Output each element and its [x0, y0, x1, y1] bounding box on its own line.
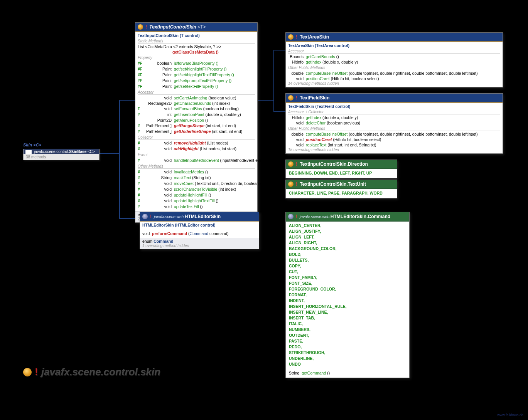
- method-row: Bounds getCaretBounds (): [288, 54, 500, 59]
- class-icon: [288, 181, 294, 187]
- method-row: Fvoid setForwardBias (boolean isLeading): [138, 106, 255, 112]
- method-row: #int getInsertionPoint (double x, double…: [138, 112, 255, 118]
- direction-enum-box: ! TextInputControlSkin.Direction BEGINNI…: [285, 160, 397, 178]
- skinbase-pkg: javafx.scene.control.: [34, 150, 69, 154]
- dir-title: TextInputControlSkin.Direction: [300, 161, 368, 167]
- method-row: void positionCaret (HitInfo hit, boolean…: [288, 76, 500, 81]
- watermark: www.falkhaus.de: [497, 413, 523, 417]
- dir-header: ! TextInputControlSkin.Direction: [286, 160, 397, 169]
- tic-title: TextInputControlSkin: [149, 24, 196, 30]
- ta-header: ! TextAreaSkin: [286, 33, 503, 42]
- tu-header: ! TextInputControlSkin.TextUnit: [286, 180, 397, 189]
- tf-hidden: 15 overriding methods hidden: [288, 148, 500, 152]
- final-indicator: !: [296, 213, 297, 219]
- method-row: #void updateHighlightFill (): [138, 192, 255, 198]
- final-indicator: !: [145, 24, 147, 30]
- he-title: HTMLEditorSkin: [185, 214, 221, 219]
- he-header: ! javafx.scene.web.HTMLEditorSkin: [140, 212, 259, 222]
- method-row: Rectangle2D getCharacterBounds (int inde…: [138, 101, 255, 106]
- package-title-text: javafx.scene.control.skin: [41, 366, 160, 378]
- method-row: #void updateTextFill (): [138, 204, 255, 210]
- cmd-title: HTMLEditorSkin.Command: [331, 214, 390, 219]
- method-row: #void invalidateMetrics (): [138, 169, 255, 175]
- enum-value: OUTDENT,: [289, 333, 406, 338]
- method-row: #void moveCaret (TextUnit unit, Directio…: [138, 181, 255, 186]
- method-row: #PathElement[] getRangeShape (int start,…: [138, 123, 255, 129]
- he-enum-footer: enum Command 1 overriding method hidden: [140, 238, 259, 249]
- cmd-pkg: javafx.scene.web.: [300, 215, 331, 219]
- enum-value: BACKGROUND_COLOR,: [289, 246, 406, 252]
- final-indicator: !: [296, 34, 297, 40]
- method-row: #String maskText (String txt): [138, 175, 255, 181]
- tic-ctor: TextInputControlSkin (T control): [138, 33, 200, 38]
- he-pkg: javafx.scene.web.: [154, 215, 185, 219]
- he-ctor: HTMLEditorSkin (HTMLEditor control): [142, 222, 256, 228]
- method-row: #Fboolean is/forwardBiasProperty (): [138, 60, 255, 66]
- class-icon: [288, 34, 294, 40]
- method-row: #FPaint get/set/highlightFillProperty (): [138, 66, 255, 72]
- enum-value: ALIGN_JUSTIFY,: [289, 228, 406, 234]
- he-hidden: 1 overriding method hidden: [142, 244, 256, 248]
- ta-section-other: Other Public Methods: [288, 66, 500, 70]
- dir-values: BEGINNING, DOWN, END, LEFT, RIGHT, UP: [286, 169, 397, 178]
- tic-body: TextInputControlSkin (T control) Static …: [135, 32, 257, 211]
- method-row: Point2D getMenuPosition (): [138, 118, 255, 123]
- text-field-skin-box: ! TextFieldSkin TextFieldSkin (TextField…: [285, 93, 503, 154]
- skinbase-method-count: 38 methods: [26, 155, 97, 159]
- method-row: #void scrollCharacterToVisible (int inde…: [138, 186, 255, 192]
- class-icon: [288, 214, 294, 219]
- cmd-body: ALIGN_CENTER,ALIGN_JUSTIFY,ALIGN_LEFT,AL…: [286, 222, 409, 378]
- final-indicator: !: [150, 213, 152, 219]
- method-row: double computeBaselineOffset (double top…: [288, 71, 500, 76]
- method-row: void replaceText (int start, int end, St…: [288, 142, 500, 148]
- enum-value: INSERT_TAB,: [289, 315, 406, 321]
- tf-body: TextFieldSkin (TextField control) Access…: [286, 103, 503, 153]
- enum-value: INDENT,: [289, 298, 406, 304]
- cmd-method: String getCommand (): [289, 370, 406, 376]
- cmd-header: ! javafx.scene.web.HTMLEditorSkin.Comman…: [286, 212, 409, 222]
- section-property: Property: [138, 55, 255, 60]
- skin-interface-link: Skin <C>: [23, 143, 41, 147]
- enum-value: ALIGN_RIGHT,: [289, 240, 406, 246]
- skinbase-name: SkinBase: [69, 150, 86, 154]
- tf-section-acc: Accessor + Collector: [288, 110, 500, 114]
- method-row: void deleteChar (boolean previous): [288, 120, 500, 126]
- enum-value: ALIGN_CENTER,: [289, 223, 406, 228]
- method-row: HitInfo getIndex (double x, double y): [288, 59, 500, 65]
- enum-value: ALIGN_LEFT,: [289, 234, 406, 240]
- static-row: List <CssMetaData <? extends Styleable, …: [138, 44, 255, 49]
- tic-generic: <T>: [197, 24, 206, 30]
- method-row: #PathElement[] getUnderlineShape (int st…: [138, 129, 255, 134]
- enum-value: FOREGROUND_COLOR,: [289, 286, 406, 292]
- textunit-enum-box: ! TextInputControlSkin.TextUnit CHARACTE…: [285, 180, 397, 198]
- enum-value: UNDO: [289, 361, 406, 367]
- enum-value: FORMAT,: [289, 292, 406, 298]
- ta-ctor: TextAreaSkin (TextArea control): [288, 43, 500, 48]
- enum-value: FONT_SIZE,: [289, 281, 406, 286]
- html-editor-skin-box: ! javafx.scene.web.HTMLEditorSkin HTMLEd…: [140, 212, 259, 249]
- class-icon: [142, 214, 148, 219]
- method-row: #FPaint get/set/highlightTextFillPropert…: [138, 72, 255, 78]
- final-indicator: !: [296, 95, 297, 101]
- enum-value: COPY,: [289, 263, 406, 269]
- section-collector: Collector: [138, 135, 255, 140]
- static-call: getClassCssMetaData (): [138, 49, 255, 55]
- he-body: HTMLEditorSkin (HTMLEditor control) void…: [140, 222, 259, 238]
- skinbase-generic: <C>: [88, 150, 95, 154]
- section-other: Other Methods: [138, 164, 255, 169]
- tf-header: ! TextFieldSkin: [286, 94, 503, 103]
- command-enum-box: ! javafx.scene.web.HTMLEditorSkin.Comman…: [285, 212, 410, 378]
- enum-value: CUT,: [289, 269, 406, 275]
- text-input-control-skin-box: ! TextInputControlSkin <T> TextInputCont…: [135, 22, 258, 223]
- class-icon: [23, 368, 32, 376]
- skinbase-box: javafx.scene.control.SkinBase <C> 38 met…: [23, 149, 100, 160]
- he-perform: void performCommand (Command command): [142, 231, 256, 236]
- ta-title: TextAreaSkin: [300, 34, 329, 40]
- method-row: void positionCaret (HitInfo hit, boolean…: [288, 137, 500, 142]
- class-icon: [288, 95, 294, 101]
- ta-hidden: 14 overriding methods hidden: [288, 81, 500, 86]
- method-row: #void updateHighlightTextFill (): [138, 198, 255, 204]
- section-event: Event: [138, 153, 255, 157]
- tf-title: TextFieldSkin: [300, 95, 329, 101]
- tf-section-other: Other Public Methods: [288, 126, 500, 131]
